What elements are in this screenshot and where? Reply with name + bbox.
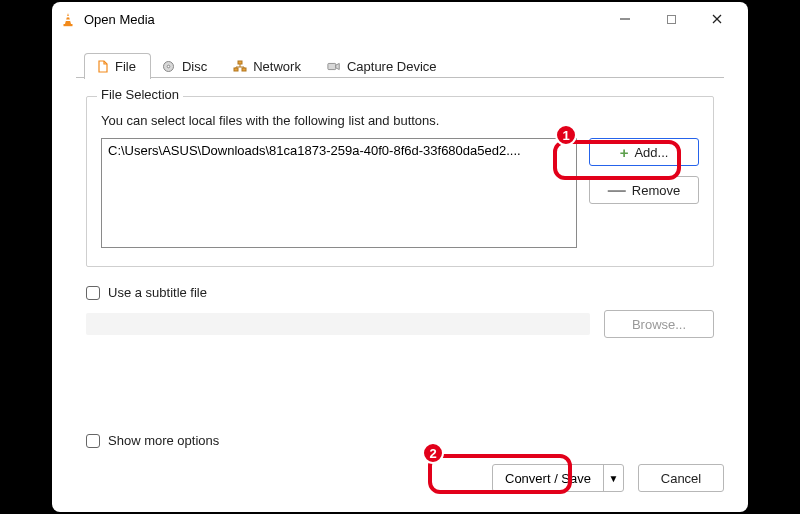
plus-icon: + [620,145,629,160]
close-button[interactable] [694,5,740,33]
file-selection-hint: You can select local files with the foll… [101,113,699,128]
subtitle-checkbox-label: Use a subtitle file [108,285,207,300]
window-title: Open Media [84,12,155,27]
tab-file[interactable]: File [84,53,151,79]
subtitle-row: Use a subtitle file [86,285,714,300]
subtitle-checkbox[interactable] [86,286,100,300]
add-button[interactable]: + Add... [589,138,699,166]
cancel-button[interactable]: Cancel [638,464,724,492]
svg-rect-13 [328,63,336,69]
tab-disc-label: Disc [182,59,207,74]
cancel-button-label: Cancel [661,471,701,486]
tab-bar: File Disc Network Capture Device [76,48,724,78]
disc-icon [162,60,176,74]
open-media-window: Open Media File [52,2,748,512]
tab-network-label: Network [253,59,301,74]
tab-network[interactable]: Network [222,53,316,79]
network-icon [233,60,247,74]
remove-button[interactable]: — Remove [589,176,699,204]
more-options-row: Show more options [86,433,724,448]
titlebar: Open Media [52,2,748,36]
remove-button-label: Remove [632,183,680,198]
tab-capture-label: Capture Device [347,59,437,74]
tab-disc[interactable]: Disc [151,53,222,79]
content-area: File Disc Network Capture Device [52,36,748,338]
svg-marker-0 [65,13,71,24]
file-selection-group: File Selection You can select local file… [86,96,714,267]
svg-rect-12 [242,68,246,71]
tab-capture[interactable]: Capture Device [316,53,452,79]
svg-rect-2 [65,20,70,22]
svg-rect-11 [234,68,238,71]
convert-save-dropdown[interactable]: ▼ [603,465,623,491]
bottom-bar: Show more options Convert / Save ▼ Cance… [76,433,724,492]
svg-rect-3 [64,24,73,26]
subtitle-path-input [86,313,590,335]
file-list[interactable]: C:\Users\ASUS\Downloads\81ca1873-259a-40… [101,138,577,248]
svg-rect-5 [667,15,675,23]
more-options-checkbox[interactable] [86,434,100,448]
window-controls [602,5,740,33]
minimize-button[interactable] [602,5,648,33]
subtitle-path-row: Browse... [86,310,714,338]
svg-marker-14 [336,63,340,69]
capture-icon [327,60,341,74]
file-list-item[interactable]: C:\Users\ASUS\Downloads\81ca1873-259a-40… [108,143,570,158]
add-button-label: Add... [634,145,668,160]
convert-save-button[interactable]: Convert / Save ▼ [492,464,624,492]
maximize-button[interactable] [648,5,694,33]
minus-icon: — [608,181,626,199]
file-icon [95,60,109,74]
convert-save-label[interactable]: Convert / Save [493,465,603,491]
tab-file-label: File [115,59,136,74]
more-options-label: Show more options [108,433,219,448]
chevron-down-icon: ▼ [609,473,619,484]
browse-button: Browse... [604,310,714,338]
browse-button-label: Browse... [632,317,686,332]
svg-rect-1 [66,16,70,17]
svg-point-9 [168,65,171,68]
vlc-icon [60,12,76,28]
file-selection-legend: File Selection [97,87,183,102]
svg-rect-10 [238,61,242,64]
